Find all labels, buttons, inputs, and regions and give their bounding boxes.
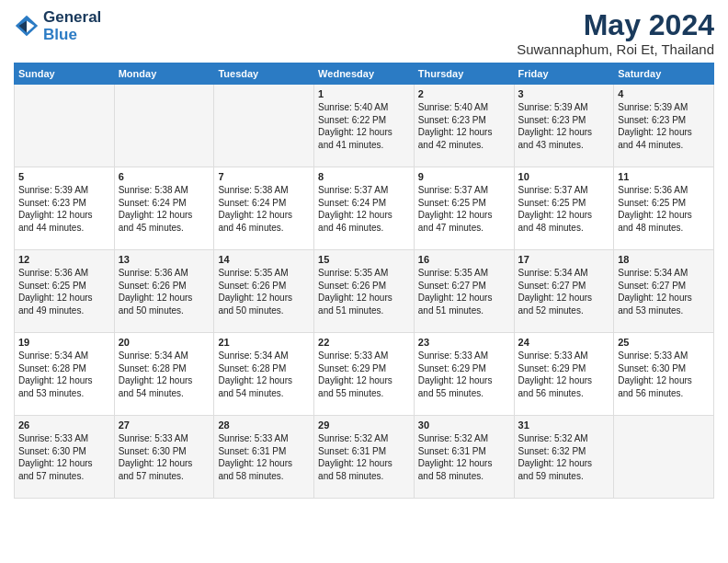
day-info: Sunrise: 5:37 AM Sunset: 6:25 PM Dayligh… xyxy=(518,184,610,234)
day-info: Sunrise: 5:39 AM Sunset: 6:23 PM Dayligh… xyxy=(618,101,710,151)
day-number: 23 xyxy=(418,337,510,348)
logo: General Blue xyxy=(14,9,101,43)
week-row-1: 1Sunrise: 5:40 AM Sunset: 6:22 PM Daylig… xyxy=(15,85,714,167)
day-info: Sunrise: 5:38 AM Sunset: 6:24 PM Dayligh… xyxy=(218,184,310,234)
calendar-cell: 28Sunrise: 5:33 AM Sunset: 6:31 PM Dayli… xyxy=(214,416,314,499)
day-info: Sunrise: 5:40 AM Sunset: 6:22 PM Dayligh… xyxy=(318,101,410,151)
logo-icon xyxy=(14,14,40,40)
day-number: 30 xyxy=(418,419,510,431)
day-info: Sunrise: 5:39 AM Sunset: 6:23 PM Dayligh… xyxy=(18,184,110,234)
main-title: May 2024 xyxy=(517,9,714,41)
calendar-cell xyxy=(15,85,115,167)
day-info: Sunrise: 5:36 AM Sunset: 6:26 PM Dayligh… xyxy=(119,267,210,316)
day-number: 6 xyxy=(119,171,210,182)
calendar-cell: 17Sunrise: 5:34 AM Sunset: 6:27 PM Dayli… xyxy=(514,250,614,333)
header-day-friday: Friday xyxy=(514,63,614,85)
calendar-header: SundayMondayTuesdayWednesdayThursdayFrid… xyxy=(15,63,714,85)
day-info: Sunrise: 5:34 AM Sunset: 6:28 PM Dayligh… xyxy=(18,350,110,399)
day-number: 26 xyxy=(18,419,110,431)
day-info: Sunrise: 5:33 AM Sunset: 6:29 PM Dayligh… xyxy=(418,350,510,399)
calendar-cell: 7Sunrise: 5:38 AM Sunset: 6:24 PM Daylig… xyxy=(214,167,314,250)
day-number: 31 xyxy=(518,419,610,431)
day-info: Sunrise: 5:32 AM Sunset: 6:32 PM Dayligh… xyxy=(518,432,610,482)
day-info: Sunrise: 5:33 AM Sunset: 6:30 PM Dayligh… xyxy=(618,350,710,399)
day-info: Sunrise: 5:39 AM Sunset: 6:23 PM Dayligh… xyxy=(518,101,610,151)
day-info: Sunrise: 5:34 AM Sunset: 6:28 PM Dayligh… xyxy=(218,350,310,399)
day-number: 8 xyxy=(318,171,410,182)
calendar-cell: 3Sunrise: 5:39 AM Sunset: 6:23 PM Daylig… xyxy=(514,85,614,167)
calendar-cell: 12Sunrise: 5:36 AM Sunset: 6:25 PM Dayli… xyxy=(15,250,115,333)
calendar-cell: 11Sunrise: 5:36 AM Sunset: 6:25 PM Dayli… xyxy=(614,167,714,250)
calendar-page: General Blue May 2024 Suwannaphum, Roi E… xyxy=(0,0,728,563)
day-number: 27 xyxy=(119,419,210,431)
calendar-cell: 23Sunrise: 5:33 AM Sunset: 6:29 PM Dayli… xyxy=(414,333,514,416)
calendar-cell: 27Sunrise: 5:33 AM Sunset: 6:30 PM Dayli… xyxy=(114,416,214,499)
day-info: Sunrise: 5:37 AM Sunset: 6:24 PM Dayligh… xyxy=(318,184,410,234)
calendar-cell xyxy=(614,416,714,499)
calendar-body: 1Sunrise: 5:40 AM Sunset: 6:22 PM Daylig… xyxy=(15,85,714,499)
day-info: Sunrise: 5:32 AM Sunset: 6:31 PM Dayligh… xyxy=(418,432,510,482)
day-info: Sunrise: 5:33 AM Sunset: 6:29 PM Dayligh… xyxy=(518,350,610,399)
calendar-cell: 13Sunrise: 5:36 AM Sunset: 6:26 PM Dayli… xyxy=(114,250,214,333)
day-info: Sunrise: 5:35 AM Sunset: 6:26 PM Dayligh… xyxy=(318,267,410,316)
week-row-2: 5Sunrise: 5:39 AM Sunset: 6:23 PM Daylig… xyxy=(15,167,714,250)
day-number: 4 xyxy=(618,88,710,99)
day-info: Sunrise: 5:35 AM Sunset: 6:27 PM Dayligh… xyxy=(418,267,510,316)
day-number: 24 xyxy=(518,337,610,348)
day-info: Sunrise: 5:34 AM Sunset: 6:27 PM Dayligh… xyxy=(518,267,610,316)
header-day-thursday: Thursday xyxy=(414,63,514,85)
day-number: 12 xyxy=(18,254,110,265)
day-info: Sunrise: 5:34 AM Sunset: 6:28 PM Dayligh… xyxy=(119,350,210,399)
calendar-cell: 4Sunrise: 5:39 AM Sunset: 6:23 PM Daylig… xyxy=(614,85,714,167)
day-number: 11 xyxy=(618,171,710,182)
header: General Blue May 2024 Suwannaphum, Roi E… xyxy=(14,9,714,57)
day-info: Sunrise: 5:38 AM Sunset: 6:24 PM Dayligh… xyxy=(119,184,210,234)
day-info: Sunrise: 5:37 AM Sunset: 6:25 PM Dayligh… xyxy=(418,184,510,234)
day-number: 16 xyxy=(418,254,510,265)
day-number: 17 xyxy=(518,254,610,265)
calendar-cell: 6Sunrise: 5:38 AM Sunset: 6:24 PM Daylig… xyxy=(114,167,214,250)
day-number: 13 xyxy=(119,254,210,265)
header-day-wednesday: Wednesday xyxy=(314,63,415,85)
week-row-5: 26Sunrise: 5:33 AM Sunset: 6:30 PM Dayli… xyxy=(15,416,714,499)
day-number: 29 xyxy=(318,419,410,431)
day-number: 1 xyxy=(318,88,410,99)
header-day-monday: Monday xyxy=(114,63,214,85)
title-block: May 2024 Suwannaphum, Roi Et, Thailand xyxy=(517,9,714,57)
header-day-tuesday: Tuesday xyxy=(214,63,314,85)
calendar-cell: 2Sunrise: 5:40 AM Sunset: 6:23 PM Daylig… xyxy=(414,85,514,167)
calendar-table: SundayMondayTuesdayWednesdayThursdayFrid… xyxy=(14,63,714,499)
day-number: 9 xyxy=(418,171,510,182)
day-number: 22 xyxy=(318,337,410,348)
calendar-cell: 19Sunrise: 5:34 AM Sunset: 6:28 PM Dayli… xyxy=(15,333,115,416)
calendar-cell: 1Sunrise: 5:40 AM Sunset: 6:22 PM Daylig… xyxy=(314,85,415,167)
day-number: 15 xyxy=(318,254,410,265)
calendar-cell: 16Sunrise: 5:35 AM Sunset: 6:27 PM Dayli… xyxy=(414,250,514,333)
calendar-cell: 15Sunrise: 5:35 AM Sunset: 6:26 PM Dayli… xyxy=(314,250,415,333)
calendar-cell: 31Sunrise: 5:32 AM Sunset: 6:32 PM Dayli… xyxy=(514,416,614,499)
calendar-cell: 9Sunrise: 5:37 AM Sunset: 6:25 PM Daylig… xyxy=(414,167,514,250)
day-number: 18 xyxy=(618,254,710,265)
week-row-4: 19Sunrise: 5:34 AM Sunset: 6:28 PM Dayli… xyxy=(15,333,714,416)
day-number: 28 xyxy=(218,419,310,431)
day-info: Sunrise: 5:33 AM Sunset: 6:30 PM Dayligh… xyxy=(18,432,110,482)
day-number: 2 xyxy=(418,88,510,99)
header-day-sunday: Sunday xyxy=(15,63,115,85)
calendar-cell: 18Sunrise: 5:34 AM Sunset: 6:27 PM Dayli… xyxy=(614,250,714,333)
day-number: 10 xyxy=(518,171,610,182)
day-number: 21 xyxy=(218,337,310,348)
calendar-cell: 30Sunrise: 5:32 AM Sunset: 6:31 PM Dayli… xyxy=(414,416,514,499)
calendar-cell xyxy=(114,85,214,167)
day-info: Sunrise: 5:33 AM Sunset: 6:29 PM Dayligh… xyxy=(318,350,410,399)
day-info: Sunrise: 5:35 AM Sunset: 6:26 PM Dayligh… xyxy=(218,267,310,316)
week-row-3: 12Sunrise: 5:36 AM Sunset: 6:25 PM Dayli… xyxy=(15,250,714,333)
logo-text: General Blue xyxy=(43,9,101,43)
header-day-saturday: Saturday xyxy=(614,63,714,85)
calendar-cell: 25Sunrise: 5:33 AM Sunset: 6:30 PM Dayli… xyxy=(614,333,714,416)
day-number: 7 xyxy=(218,171,310,182)
day-info: Sunrise: 5:36 AM Sunset: 6:25 PM Dayligh… xyxy=(18,267,110,316)
day-info: Sunrise: 5:33 AM Sunset: 6:31 PM Dayligh… xyxy=(218,432,310,482)
calendar-cell: 5Sunrise: 5:39 AM Sunset: 6:23 PM Daylig… xyxy=(15,167,115,250)
calendar-cell: 10Sunrise: 5:37 AM Sunset: 6:25 PM Dayli… xyxy=(514,167,614,250)
day-number: 19 xyxy=(18,337,110,348)
